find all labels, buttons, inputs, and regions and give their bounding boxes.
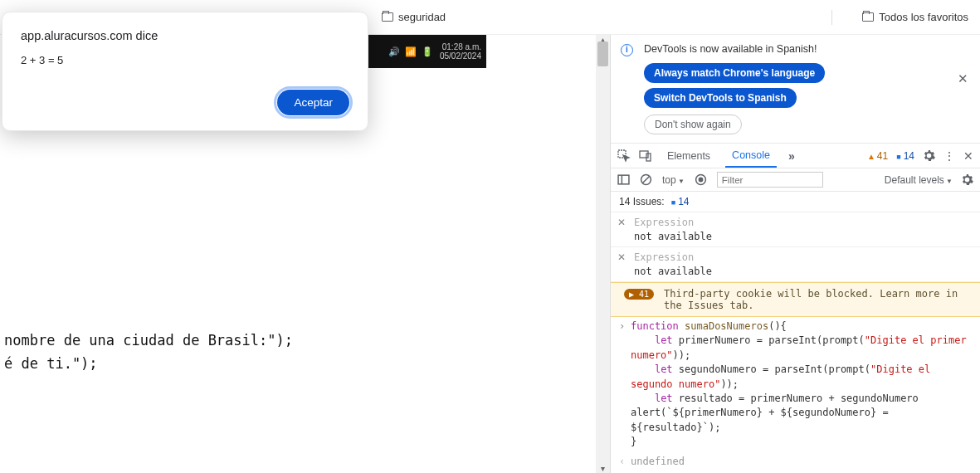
remove-expression-icon[interactable]: ✕ <box>617 251 626 263</box>
alert-actions: Aceptar <box>21 90 349 115</box>
expression-value: not available <box>634 266 972 277</box>
svg-point-8 <box>699 178 702 181</box>
folder-icon <box>382 12 393 22</box>
volume-icon: 🔊 <box>388 46 400 57</box>
toolbar-right: Default levels <box>885 173 973 186</box>
expression-placeholder[interactable]: Expression <box>634 217 972 228</box>
bookmark-folder-seguridad[interactable]: seguridad <box>382 11 446 23</box>
alert-origin: app.aluracursos.com dice <box>21 29 349 42</box>
device-clock: 01:28 a.m. 05/02/2024 <box>440 42 481 61</box>
warnings-badge[interactable]: 41 <box>867 150 888 162</box>
dont-show-button[interactable]: Don't show again <box>644 115 742 134</box>
console-return-row: undefined <box>611 452 980 471</box>
gear-icon[interactable] <box>961 173 973 186</box>
code-line: é de ti."); <box>4 352 485 375</box>
filter-input[interactable] <box>717 172 823 188</box>
live-expression-icon[interactable] <box>695 173 707 186</box>
clear-console-icon[interactable] <box>640 173 652 186</box>
code-line: alert(`${primerNumero} + ${segundoNumero… <box>631 407 889 432</box>
sidebar-toggle-icon[interactable] <box>617 173 630 186</box>
viewport-scrollbar[interactable]: ▴ ▾ <box>596 35 610 473</box>
page-source-snippet: nombre de una ciudad de Brasil:"); é de … <box>4 329 485 375</box>
scroll-down-arrow[interactable]: ▾ <box>598 464 607 473</box>
tabbar-right: 41 14 ⋮ ✕ <box>867 149 973 163</box>
issues-label: 14 Issues: <box>619 196 665 207</box>
tab-console[interactable]: Console <box>725 144 777 168</box>
tab-elements[interactable]: Elements <box>661 144 717 168</box>
kebab-icon[interactable]: ⋮ <box>943 149 955 163</box>
cookie-warning-row[interactable]: 41 Third-party cookie will be blocked. L… <box>611 282 980 317</box>
warning-count-badge: 41 <box>624 289 654 300</box>
close-devtools-icon[interactable]: ✕ <box>963 149 973 163</box>
svg-rect-3 <box>618 175 629 184</box>
device-toggle-icon[interactable] <box>639 149 652 163</box>
scroll-thumb[interactable] <box>597 41 608 66</box>
return-value: undefined <box>631 456 685 467</box>
devtools-panel: i DevTools is now available in Spanish! … <box>610 35 980 473</box>
info-icon: i <box>621 44 633 56</box>
always-match-button[interactable]: Always match Chrome's language <box>644 63 825 83</box>
alert-message: 2 + 3 = 5 <box>21 54 349 66</box>
code-line: } <box>631 436 636 447</box>
issues-count-badge: 14 <box>671 196 690 207</box>
context-selector[interactable]: top <box>662 174 685 186</box>
issues-badge[interactable]: 14 <box>896 150 914 162</box>
bookmark-all-favorites[interactable]: Todos los favoritos <box>862 11 968 23</box>
expression-placeholder[interactable]: Expression <box>634 251 972 263</box>
device-time: 01:28 a.m. <box>440 42 481 51</box>
signal-icon: 📶 <box>405 46 417 57</box>
devtools-tabbar: Elements Console » 41 14 ⋮ ✕ <box>611 144 980 168</box>
battery-icon: 🔋 <box>422 46 433 57</box>
inspect-icon[interactable] <box>617 149 631 163</box>
console-input-row: › function sumaDosNumeros(){ let primerN… <box>611 317 980 452</box>
separator <box>831 10 832 25</box>
svg-line-6 <box>642 176 650 183</box>
status-icons: 🔊 📶 🔋 <box>388 46 433 57</box>
banner-message: DevTools is now available in Spanish! <box>644 43 970 55</box>
bookmark-label: seguridad <box>398 11 446 23</box>
js-alert-dialog: app.aluracursos.com dice 2 + 3 = 5 Acept… <box>2 12 368 131</box>
folder-icon <box>862 12 874 22</box>
chevron-left-icon <box>619 455 625 469</box>
device-status-bar: 🔊 📶 🔋 01:28 a.m. 05/02/2024 <box>368 35 486 68</box>
remove-expression-icon[interactable]: ✕ <box>617 217 626 228</box>
close-icon[interactable]: ✕ <box>958 71 968 86</box>
accept-button[interactable]: Aceptar <box>277 90 349 115</box>
expression-value: not available <box>634 231 972 242</box>
code-line: nombre de una ciudad de Brasil:"); <box>4 329 485 352</box>
chevron-right-icon: › <box>619 319 625 334</box>
log-levels-selector[interactable]: Default levels <box>885 174 953 186</box>
bookmark-label: Todos los favoritos <box>879 11 968 23</box>
live-expression-block: ✕ Expression not available <box>611 247 980 282</box>
gear-icon[interactable] <box>923 149 935 162</box>
console-toolbar: top Default levels <box>611 168 980 192</box>
device-date: 05/02/2024 <box>440 51 481 61</box>
switch-spanish-button[interactable]: Switch DevTools to Spanish <box>644 88 797 108</box>
console-log[interactable]: › function sumaDosNumeros(){ let primerN… <box>611 317 980 473</box>
banner-actions-2: Don't show again <box>644 115 970 134</box>
warning-text: Third-party cookie will be blocked. Lear… <box>664 288 972 311</box>
filter-field[interactable] <box>717 172 823 188</box>
banner-actions: Always match Chrome's language Switch De… <box>644 63 970 108</box>
devtools-language-banner: i DevTools is now available in Spanish! … <box>611 35 980 144</box>
tabs-overflow-icon[interactable]: » <box>785 149 798 163</box>
issues-row[interactable]: 14 Issues: 14 <box>611 192 980 212</box>
live-expression-block: ✕ Expression not available <box>611 212 980 247</box>
